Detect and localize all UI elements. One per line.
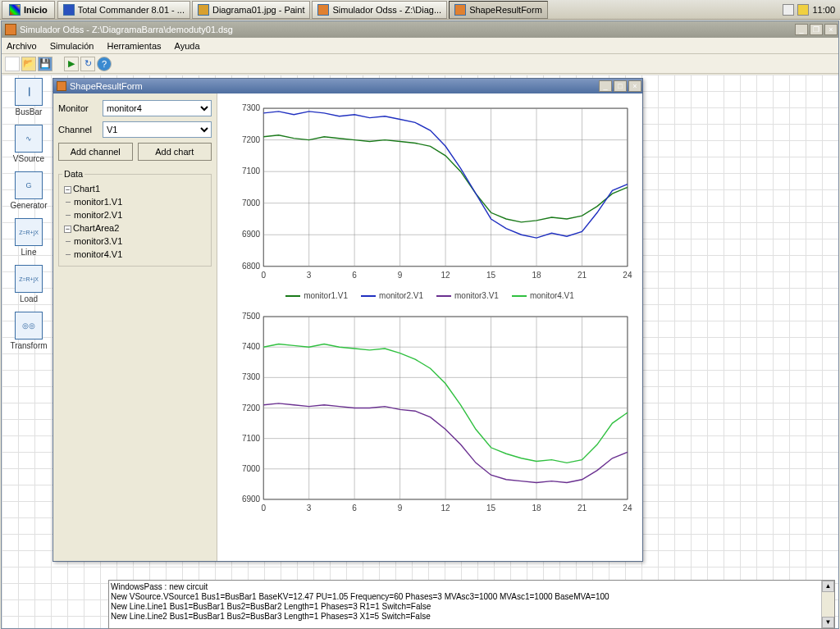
data-tree[interactable]: −Chart1 monitor1.V1 monitor2.V1 −ChartAr…: [62, 182, 208, 261]
refresh-icon[interactable]: ↻: [80, 57, 95, 71]
log-line: New VSource.VSource1 Bus1=BusBar1 BaseKV…: [111, 592, 833, 602]
start-button[interactable]: Inicio: [2, 1, 55, 19]
channel-label: Channel: [58, 125, 98, 134]
minimize-button[interactable]: _: [795, 24, 808, 35]
tree-label: monitor4.V1: [74, 249, 122, 259]
menu-archivo[interactable]: Archivo: [7, 41, 37, 51]
taskbar-item-3[interactable]: ShapeResultForm: [449, 1, 548, 19]
taskbar-item-0[interactable]: Total Commander 8.01 - ...: [57, 1, 190, 19]
generator-icon: G: [15, 171, 43, 199]
tree-node-m3v1[interactable]: monitor3.V1: [62, 235, 208, 248]
minimize-button[interactable]: _: [599, 80, 612, 92]
data-legend: Data: [62, 169, 84, 179]
svg-text:7400: 7400: [242, 342, 261, 351]
legend-item: monitor1.V1: [285, 291, 348, 300]
tree-label: Chart1: [73, 184, 100, 194]
svg-text:7000: 7000: [242, 198, 261, 207]
svg-text:15: 15: [486, 504, 496, 513]
taskbar-item-label: Total Commander 8.01 - ...: [78, 5, 185, 15]
svg-text:0: 0: [261, 271, 266, 280]
tree-node-m2v1[interactable]: monitor2.V1: [62, 208, 208, 221]
monitor-label: Monitor: [58, 103, 98, 113]
window-controls: _ ❐ ×: [794, 23, 838, 36]
palette-label: Transform: [10, 341, 47, 350]
maximize-button[interactable]: □: [614, 80, 627, 92]
data-fieldset: Data −Chart1 monitor1.V1 monitor2.V1 −Ch…: [58, 169, 212, 267]
taskbar-item-1[interactable]: Diagrama01.jpg - Paint: [192, 1, 311, 19]
menu-ayuda[interactable]: Ayuda: [175, 41, 200, 51]
palette-label: Generator: [10, 201, 47, 210]
taskbar-item-2[interactable]: Simulador Odss - Z:\Diag...: [312, 1, 447, 19]
windows-icon: [9, 4, 21, 16]
menu-simulacion[interactable]: Simulación: [50, 41, 94, 51]
transformer-icon: ◎◎: [15, 312, 43, 340]
tray-icon[interactable]: [783, 4, 794, 16]
main-titlebar[interactable]: Simulador Odss - Z:\DiagramaBarra\demodu…: [2, 21, 838, 38]
chart-bottom: 0369121518212469007000710072007300740075…: [224, 305, 636, 519]
collapse-icon[interactable]: −: [64, 186, 71, 194]
scroll-up-icon[interactable]: ▲: [822, 581, 834, 592]
svg-text:6: 6: [352, 271, 357, 280]
scroll-down-icon[interactable]: ▼: [822, 617, 834, 628]
os-taskbar: Inicio Total Commander 8.01 - ... Diagra…: [0, 0, 840, 20]
close-button[interactable]: ×: [824, 24, 838, 35]
chart-top: 03691215182124680069007000710072007300: [224, 97, 636, 286]
svg-text:7000: 7000: [242, 464, 261, 473]
chart-panel: 03691215182124680069007000710072007300 m…: [217, 93, 642, 561]
tree-label: monitor3.V1: [74, 236, 122, 246]
mdi-client: ┃BusBar ∿VSource GGenerator Z=R+jXLine Z…: [2, 75, 838, 628]
log-line: WindowsPass : new circuit: [111, 582, 833, 592]
run-icon[interactable]: ▶: [64, 57, 79, 71]
collapse-icon[interactable]: −: [64, 226, 71, 233]
tree-node-m1v1[interactable]: monitor1.V1: [62, 195, 208, 208]
busbar-icon: ┃: [15, 78, 43, 106]
palette-busbar[interactable]: ┃BusBar: [5, 78, 52, 116]
open-icon[interactable]: 📂: [21, 57, 36, 71]
palette-transform[interactable]: ◎◎Transform: [5, 312, 52, 350]
svg-text:12: 12: [441, 504, 451, 513]
add-channel-button[interactable]: Add channel: [58, 143, 133, 161]
close-button[interactable]: ×: [628, 80, 641, 92]
palette-load[interactable]: Z=R+jXLoad: [5, 265, 52, 303]
svg-text:7500: 7500: [242, 312, 261, 321]
palette: ┃BusBar ∿VSource GGenerator Z=R+jXLine Z…: [5, 78, 52, 358]
log-panel[interactable]: WindowsPass : new circuit New VSource.VS…: [108, 580, 835, 629]
tray: 11:00: [778, 4, 840, 16]
maximize-button[interactable]: ❐: [810, 24, 823, 35]
toolbar: ▫ 📂 💾 ▶ ↻ ?: [2, 54, 838, 74]
channel-select[interactable]: V1: [103, 121, 212, 138]
add-chart-button[interactable]: Add chart: [138, 143, 212, 161]
legend-item: monitor3.V1: [436, 291, 499, 300]
palette-generator[interactable]: GGenerator: [5, 171, 52, 210]
svg-text:7200: 7200: [242, 135, 261, 144]
tray-icon[interactable]: [797, 4, 809, 16]
palette-line[interactable]: Z=R+jXLine: [5, 218, 52, 257]
palette-label: Load: [20, 294, 38, 303]
svg-text:9: 9: [398, 271, 403, 280]
svg-text:0: 0: [261, 504, 266, 513]
child-titlebar[interactable]: ShapeResultForm _ □ ×: [53, 79, 642, 93]
legend-item: monitor2.V1: [361, 291, 423, 300]
new-icon[interactable]: ▫: [5, 57, 20, 71]
form-icon: [454, 4, 466, 16]
menu-herramientas[interactable]: Herramientas: [107, 41, 162, 51]
palette-label: BusBar: [16, 107, 43, 116]
svg-text:18: 18: [532, 271, 541, 280]
log-scrollbar[interactable]: ▲ ▼: [821, 581, 834, 628]
tree-node-chart1[interactable]: −Chart1: [62, 182, 208, 195]
app-icon: [5, 24, 16, 35]
tree-node-m4v1[interactable]: monitor4.V1: [62, 248, 208, 261]
monitor-select[interactable]: monitor4: [103, 100, 212, 116]
palette-label: Line: [21, 248, 37, 257]
palette-vsource[interactable]: ∿VSource: [5, 125, 52, 163]
svg-text:3: 3: [307, 504, 312, 513]
chart-legend: monitor1.V1 monitor2.V1 monitor3.V1 moni…: [224, 291, 636, 300]
start-label: Inicio: [24, 5, 48, 15]
form-icon: [57, 81, 66, 91]
help-icon[interactable]: ?: [97, 57, 112, 71]
svg-text:12: 12: [441, 271, 451, 280]
save-icon[interactable]: 💾: [38, 57, 52, 71]
svg-text:7200: 7200: [242, 403, 261, 412]
tree-node-chartarea2[interactable]: −ChartArea2: [62, 221, 208, 235]
vsource-icon: ∿: [15, 125, 43, 153]
